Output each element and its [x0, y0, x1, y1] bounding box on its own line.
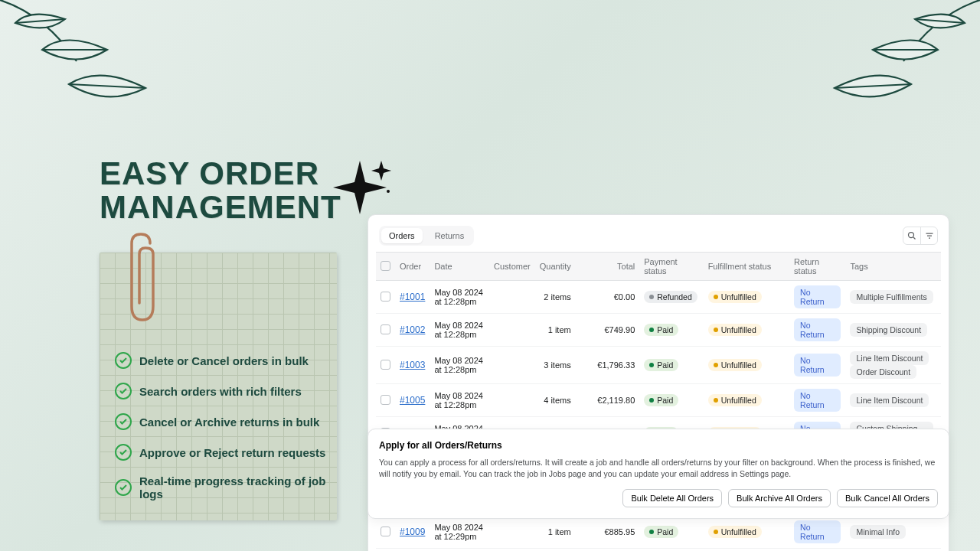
cell-date: May 08 2024 at 12:28pm	[430, 281, 489, 314]
feature-list: Delete or Cancel orders in bulkSearch or…	[115, 352, 345, 514]
cell-total: €0.00	[576, 281, 640, 314]
tab-group: Orders Returns	[379, 226, 474, 246]
row-checkbox[interactable]	[381, 292, 390, 302]
bulk-cancel-button[interactable]: Bulk Cancel All Orders	[837, 489, 938, 507]
return-status-badge: No Return	[794, 318, 841, 341]
cell-quantity: 1 item	[535, 314, 576, 347]
order-link[interactable]: #1005	[400, 395, 425, 406]
cell-date: May 08 2024 at 12:28pm	[430, 347, 489, 384]
check-icon	[115, 444, 132, 461]
column-fulfillment: Fulfillment status	[704, 253, 789, 281]
feature-item: Approve or Reject return requests	[115, 444, 345, 461]
tag-badge: Multiple Fulfillments	[850, 290, 933, 304]
table-row: #1003May 08 2024 at 12:28pm3 items€1,796…	[376, 347, 941, 384]
payment-status-badge: Paid	[644, 526, 678, 538]
order-link[interactable]: #1009	[400, 527, 425, 537]
fulfillment-status-badge: Unfulfilled	[708, 394, 762, 406]
fulfillment-status-badge: Unfulfilled	[708, 324, 762, 336]
filter-icon[interactable]	[920, 227, 937, 244]
column-return: Return status	[789, 253, 845, 281]
tab-returns[interactable]: Returns	[427, 228, 472, 243]
cell-quantity: 1 item	[535, 516, 576, 549]
tag-badge: Minimal Info	[850, 525, 906, 539]
feature-item: Cancel or Archive returns in bulk	[115, 413, 345, 430]
table-row: #1009May 08 2024 at 12:29pm1 item€885.95…	[376, 516, 941, 549]
order-link[interactable]: #1002	[400, 324, 425, 335]
payment-status-badge: Paid	[644, 359, 678, 371]
feature-label: Cancel or Archive returns in bulk	[139, 416, 319, 429]
cell-total: €1,796.33	[576, 347, 640, 384]
column-order: Order	[395, 253, 430, 281]
check-icon	[115, 352, 132, 369]
select-all-checkbox[interactable]	[381, 261, 390, 271]
feature-label: Search orders with rich filters	[139, 385, 302, 398]
row-checkbox[interactable]	[381, 324, 390, 334]
table-tools	[903, 227, 938, 245]
column-payment: Payment status	[639, 253, 703, 281]
check-icon	[115, 413, 132, 430]
column-quantity: Quantity	[535, 253, 576, 281]
bulk-archive-button[interactable]: Bulk Archive All Orders	[728, 489, 831, 507]
feature-item: Real-time progress tracking of job logs	[115, 474, 345, 500]
cell-date: May 08 2024 at 12:29pm	[430, 516, 489, 549]
fulfillment-status-badge: Unfulfilled	[708, 359, 762, 371]
payment-status-badge: Paid	[644, 394, 678, 406]
cell-quantity: 4 items	[535, 384, 576, 417]
order-link[interactable]: #1003	[400, 360, 425, 370]
row-checkbox[interactable]	[381, 360, 390, 370]
cell-customer	[489, 516, 535, 549]
row-checkbox[interactable]	[381, 395, 390, 405]
return-status-badge: No Return	[794, 389, 841, 412]
cell-customer	[489, 281, 535, 314]
column-customer: Customer	[489, 253, 535, 281]
tag-badge: Shipping Discount	[850, 323, 927, 337]
decorative-leaves-top-left	[0, 0, 168, 145]
column-total: Total	[576, 253, 640, 281]
decorative-leaves-top-right	[812, 0, 980, 145]
cell-quantity: 2 items	[535, 281, 576, 314]
apply-title: Apply for all Orders/Returns	[379, 440, 938, 451]
table-row: #1001May 08 2024 at 12:28pm2 items€0.00R…	[376, 281, 941, 314]
check-icon	[115, 383, 132, 399]
cell-customer	[489, 384, 535, 417]
column-tags: Tags	[845, 253, 941, 281]
order-link[interactable]: #1001	[400, 292, 425, 302]
tag-badge: Line Item Discount	[850, 393, 929, 407]
return-status-badge: No Return	[794, 285, 841, 308]
feature-item: Search orders with rich filters	[115, 383, 345, 399]
search-icon[interactable]	[903, 227, 920, 244]
fulfillment-status-badge: Unfulfilled	[708, 526, 762, 538]
paperclip-icon	[122, 230, 161, 329]
feature-label: Delete or Cancel orders in bulk	[139, 354, 309, 367]
apply-description: You can apply a process for all orders/r…	[379, 457, 938, 480]
feature-label: Real-time progress tracking of job logs	[139, 474, 345, 500]
bulk-delete-button[interactable]: Bulk Delete All Orders	[622, 489, 722, 507]
cell-customer	[489, 347, 535, 384]
feature-label: Approve or Reject return requests	[139, 446, 325, 459]
fulfillment-status-badge: Unfulfilled	[708, 291, 762, 303]
payment-status-badge: Paid	[644, 324, 678, 336]
return-status-badge: No Return	[794, 520, 841, 543]
tab-orders[interactable]: Orders	[381, 228, 423, 243]
feature-item: Delete or Cancel orders in bulk	[115, 352, 345, 369]
cell-total: €749.90	[576, 314, 640, 347]
tag-badge: Line Item Discount	[850, 351, 929, 365]
svg-point-1	[909, 233, 914, 238]
cell-date: May 08 2024 at 12:28pm	[430, 384, 489, 417]
column-date: Date	[430, 253, 489, 281]
apply-all-panel: Apply for all Orders/Returns You can app…	[368, 429, 949, 519]
cell-quantity: 3 items	[535, 347, 576, 384]
table-row: #1005May 08 2024 at 12:28pm4 items€2,119…	[376, 384, 941, 417]
return-status-badge: No Return	[794, 354, 841, 377]
cell-date: May 08 2024 at 12:28pm	[430, 314, 489, 347]
page-title: EASY ORDER MANAGEMENT	[100, 157, 341, 224]
tag-badge: Order Discount	[850, 365, 916, 379]
cell-total: €885.95	[576, 516, 640, 549]
check-icon	[115, 479, 132, 496]
svg-point-0	[387, 190, 390, 193]
row-checkbox[interactable]	[381, 527, 390, 536]
payment-status-badge: Refunded	[644, 291, 697, 303]
table-row: #1002May 08 2024 at 12:28pm1 item€749.90…	[376, 314, 941, 347]
cell-customer	[489, 314, 535, 347]
cell-total: €2,119.80	[576, 384, 640, 417]
